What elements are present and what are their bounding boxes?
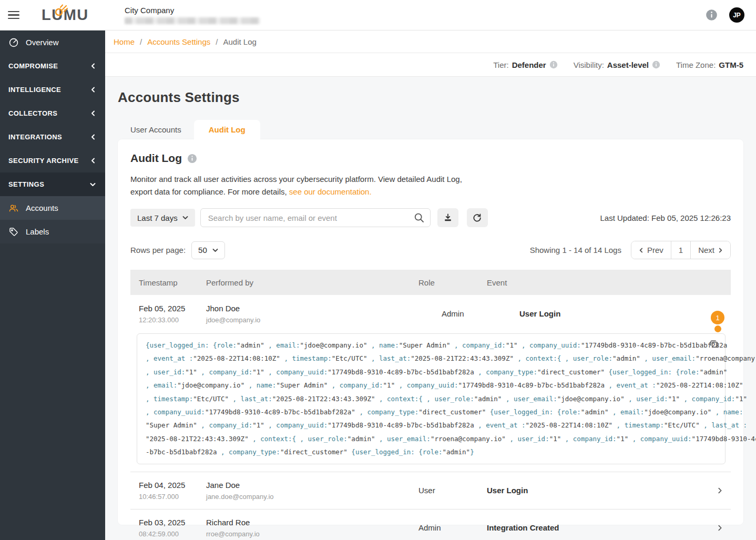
search-input[interactable] — [200, 208, 431, 227]
row-time: 10:46:57.000 — [139, 493, 206, 501]
search-icon[interactable] — [414, 212, 424, 223]
sidebar: Overview COMPROMISE INTELLIGENCE COLLECT… — [0, 30, 105, 540]
showing-count: Showing 1 - 14 of 14 Logs — [530, 246, 621, 254]
row-user-name: Jhon Doe — [206, 304, 418, 313]
sidebar-item-label: Overview — [26, 38, 59, 47]
prev-label: Prev — [647, 246, 663, 254]
tab-user-accounts[interactable]: User Accounts — [118, 120, 194, 139]
row-user-name: Jane Doe — [206, 481, 418, 490]
audit-log-card: Audit Log Monitor and track all user act… — [118, 139, 743, 525]
company-block: City Company — [125, 6, 260, 24]
breadcrumb-separator: / — [216, 37, 218, 46]
sidebar-item-overview[interactable]: Overview — [0, 30, 105, 54]
date-range-dropdown[interactable]: Last 7 days — [130, 209, 195, 227]
sidebar-item-labels[interactable]: Labels — [0, 220, 105, 243]
sidebar-item-label: Accounts — [26, 203, 58, 212]
tour-beacon-badge[interactable]: 1 — [711, 311, 724, 324]
refresh-icon — [472, 213, 482, 223]
lumu-logo[interactable]: LUMU — [42, 7, 99, 23]
sidebar-section-intelligence[interactable]: INTELLIGENCE — [0, 78, 105, 101]
sidebar-section-collectors[interactable]: COLLECTORS — [0, 101, 105, 125]
chevron-right-icon[interactable] — [717, 487, 723, 494]
tier-label: Tier: — [493, 60, 508, 69]
sidebar-section-compromise[interactable]: COMPROMISE — [0, 54, 105, 78]
page-title: Accounts Settings — [118, 89, 743, 106]
event-detail-panel: {user_logged_in: {role:"admin" , email:"… — [137, 333, 726, 464]
info-icon[interactable] — [187, 154, 197, 164]
menu-icon[interactable] — [8, 9, 19, 22]
redacted-subtitle — [125, 17, 260, 24]
row-role: Admin — [418, 523, 441, 532]
chevron-left-icon — [90, 110, 96, 116]
row-event: Integration Created — [487, 523, 559, 532]
date-range-value: Last 7 days — [137, 213, 178, 222]
tour-beacon-dot — [714, 325, 721, 332]
meta-row: Tier: Defender Visibility: Asset-level T… — [105, 53, 756, 77]
section-label: INTELLIGENCE — [8, 86, 61, 94]
row-role: Admin — [442, 309, 464, 318]
company-name: City Company — [125, 6, 260, 15]
visibility-meta: Visibility: Asset-level — [574, 60, 660, 69]
breadcrumb: Home / Accounts Settings / Audit Log — [105, 30, 756, 53]
rows-per-page-label: Rows per page: — [130, 246, 186, 254]
avatar[interactable]: JP — [729, 7, 744, 23]
users-icon — [8, 203, 19, 213]
chevron-down-icon — [90, 182, 96, 187]
table-header: Timestamp Performed by Role Event — [130, 270, 731, 295]
sidebar-section-settings[interactable]: SETTINGS — [0, 172, 105, 196]
info-icon[interactable] — [652, 60, 660, 69]
breadcrumb-home[interactable]: Home — [114, 37, 135, 46]
row-date: Feb 05, 2025 — [139, 304, 206, 313]
row-user-name: Richard Roe — [206, 518, 418, 527]
row-user-email: rroe@company.io — [206, 530, 418, 538]
comet-icon — [53, 3, 70, 17]
sidebar-item-accounts[interactable]: Accounts — [0, 196, 105, 220]
sidebar-section-integrations[interactable]: INTEGRATIONS — [0, 125, 105, 149]
breadcrumb-separator: / — [140, 37, 142, 46]
chevron-left-icon — [90, 63, 96, 69]
gauge-icon — [8, 37, 19, 48]
sidebar-section-security-archive[interactable]: SECURITY ARCHIVE — [0, 149, 105, 172]
tag-icon — [8, 227, 19, 237]
info-icon[interactable] — [549, 60, 558, 69]
audit-log-table: Timestamp Performed by Role Event Feb 05… — [130, 270, 731, 540]
download-button[interactable] — [437, 208, 458, 227]
row-user-email: jane.doe@company.io — [206, 493, 418, 501]
breadcrumb-accounts-settings[interactable]: Accounts Settings — [147, 37, 210, 46]
section-label: SECURITY ARCHIVE — [8, 157, 79, 165]
chevron-down-icon — [182, 215, 188, 220]
page-number: 1 — [679, 246, 683, 254]
row-time: 12:20:33.000 — [139, 316, 206, 324]
next-label: Next — [698, 246, 714, 254]
info-icon[interactable] — [706, 9, 718, 21]
tier-meta: Tier: Defender — [493, 60, 557, 69]
chevron-right-icon[interactable] — [717, 525, 723, 531]
timezone-meta: Time Zone: GTM-5 — [676, 60, 743, 69]
documentation-link[interactable]: see our documentation. — [289, 187, 372, 196]
table-row[interactable]: Feb 03, 2025 08:42:59.000 Richard Roe rr… — [130, 510, 731, 540]
visibility-value: Asset-level — [607, 60, 649, 69]
rows-per-page-select[interactable]: 50 — [191, 241, 225, 259]
tab-audit-log[interactable]: Audit Log — [194, 120, 260, 139]
audit-log-heading: Audit Log — [130, 152, 182, 165]
chevron-left-icon — [90, 87, 96, 93]
download-icon — [443, 213, 453, 222]
section-label: COMPROMISE — [8, 62, 58, 70]
visibility-label: Visibility: — [574, 60, 604, 69]
row-event: User Login — [487, 486, 528, 495]
copy-button[interactable] — [709, 339, 719, 349]
refresh-button[interactable] — [467, 208, 488, 227]
row-time: 08:42:59.000 — [139, 530, 206, 538]
chevron-down-icon — [212, 248, 218, 253]
timezone-label: Time Zone: — [676, 60, 716, 69]
chevron-right-icon — [718, 248, 723, 253]
prev-page-button[interactable]: Prev — [631, 241, 671, 259]
row-date: Feb 04, 2025 — [139, 481, 206, 490]
chevron-left-icon — [90, 134, 96, 140]
column-header-role: Role — [418, 278, 487, 287]
table-row[interactable]: Feb 05, 2025 12:20:33.000 Jhon Doe jdoe@… — [130, 295, 731, 332]
table-row[interactable]: Feb 04, 2025 10:46:57.000 Jane Doe jane.… — [130, 472, 731, 510]
logo-text: LUMU — [42, 7, 99, 23]
page-number-button[interactable]: 1 — [671, 241, 690, 259]
next-page-button[interactable]: Next — [690, 241, 730, 259]
